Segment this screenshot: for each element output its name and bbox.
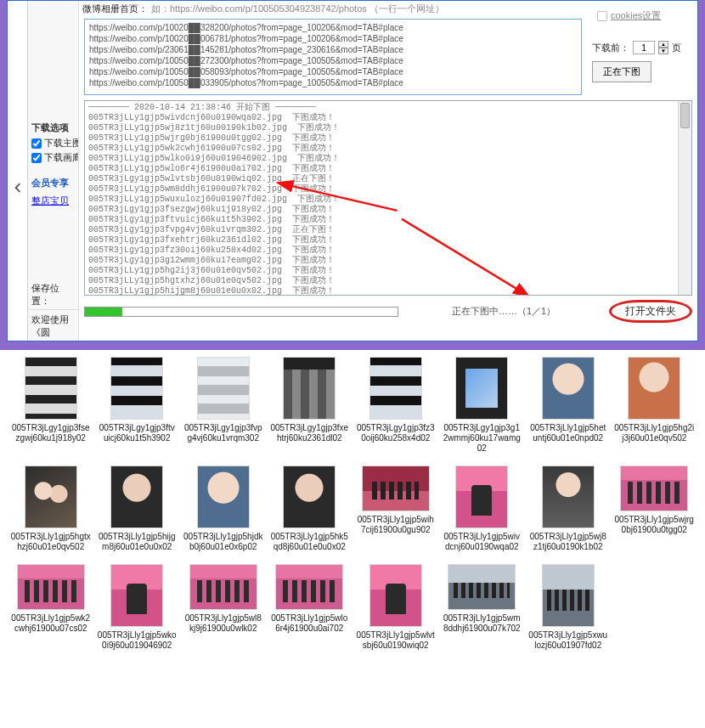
file-thumbnail: [189, 564, 257, 610]
download-before-label: 下载前：: [592, 42, 629, 54]
file-thumbnail: [283, 357, 336, 420]
file-item[interactable]: 005TR3jLly1gjp5hg2ij3j60u01e0qv502: [614, 357, 696, 454]
file-name-label: 005TR3jLly1gjp5hjdkb0j60u01e0x6p02: [183, 532, 263, 552]
file-name-label: 005TR3jLly1gjp5wlo6r4j61900u0ai702: [269, 613, 349, 634]
file-item[interactable]: 005TR3jLly1gjp5wl8kj9j61900u0wlk02: [183, 564, 264, 651]
file-name-label: 005TR3jLly1gjp5xwulozj60u01907fd02: [528, 630, 608, 651]
file-item[interactable]: 005TR3jLly1gjp5wko0i9j60u019046902: [97, 564, 178, 651]
file-item[interactable]: 005TR3jLly1gjp5wivdcnj60u0190wqa02: [442, 466, 523, 552]
url-textarea[interactable]: https://weibo.com/p/10020██328200/photos…: [84, 19, 582, 95]
right-panel: cookies设置 下载前： ▲ ▼ 页 正在下图: [587, 1, 697, 99]
file-item[interactable]: 005TR3jLly1gjp5hetuntj60u01e0npd02: [527, 357, 609, 454]
download-before-unit: 页: [672, 42, 681, 54]
link-whole-store[interactable]: 整店宝贝: [31, 195, 69, 206]
file-item[interactable]: 005TR3jLly1gjp5wlvtsbj60u0190wiq02: [355, 564, 437, 651]
file-name-label: 005TR3jLly1gjp5wlvtsbj60u0190wiq02: [356, 630, 436, 651]
spin-down-button[interactable]: ▼: [658, 48, 668, 54]
file-thumbnail: [283, 466, 336, 528]
file-name-label: 005TR3jLgy1gjp3fvpg4vj60ku1vrqm302: [183, 423, 263, 443]
file-thumbnail: [197, 466, 250, 528]
file-item[interactable]: 005TR3jLly1gjp5wih7cij61900u0gu902: [355, 466, 437, 552]
file-item[interactable]: 005TR3jLly1gjp5hgtxhzj60u01e0qv502: [10, 466, 92, 552]
file-item[interactable]: 005TR3jLgy1gjp3fz30oij60ku258x4d02: [355, 357, 437, 454]
file-thumbnail: [542, 564, 595, 627]
download-options-title: 下载选项: [28, 120, 78, 136]
file-name-label: 005TR3jLly1gjp5wih7cij61900u0gu902: [356, 515, 436, 535]
file-thumbnail: [110, 466, 163, 528]
file-item[interactable]: 005TR3jLly1gjp5xwulozj60u01907fd02: [527, 564, 609, 651]
status-text: 正在下图中……（1／1）: [403, 305, 604, 318]
file-name-label: 005TR3jLgy1gjp3g12wmmj60ku17wamg02: [442, 423, 522, 454]
file-thumbnail: [197, 357, 250, 420]
options-sidebar: 下载选项 下载主图 下载画廊 会员专享 整店宝贝 保存位置： 欢迎使用《圆: [28, 1, 79, 341]
file-thumbnail: [25, 466, 77, 528]
file-name-label: 005TR3jLgy1gjp3fz30oij60ku258x4d02: [356, 423, 436, 443]
file-thumbnail: [110, 564, 163, 627]
file-thumbnail: [542, 466, 595, 528]
file-item[interactable]: 005TR3jLly1gjp5wm8ddhj61900u07k702: [442, 564, 523, 651]
collapse-gutter[interactable]: [8, 1, 28, 341]
cookies-settings-link[interactable]: cookies设置: [597, 9, 661, 22]
file-name-label: 005TR3jLly1gjp5hk5qd8j60u01e0u0x02: [269, 532, 349, 552]
file-item: [614, 564, 696, 651]
download-before-row: 下载前： ▲ ▼ 页: [592, 41, 692, 54]
cookies-link-label: cookies设置: [611, 9, 661, 22]
file-item[interactable]: 005TR3jLly1gjp5hk5qd8j60u01e0u0x02: [269, 466, 351, 552]
member-section-title: 会员专享: [28, 175, 78, 191]
chk-download-gallery[interactable]: 下载画廊: [28, 150, 78, 165]
file-item[interactable]: 005TR3jLgy1gjp3fvpg4vj60ku1vrqm302: [183, 357, 264, 454]
file-name-label: 005TR3jLly1gjp5hijgm8j60u01e0u0x02: [97, 532, 177, 552]
progress-fill: [85, 308, 122, 316]
file-name-label: 005TR3jLly1gjp5wk2cwhj61900u07cs02: [11, 613, 91, 634]
file-thumbnail: [455, 466, 508, 528]
file-item[interactable]: 005TR3jLly1gjp5hijgm8j60u01e0u0x02: [97, 466, 178, 552]
file-name-label: 005TR3jLly1gjp5hg2ij3j60u01e0qv502: [614, 423, 694, 443]
file-item[interactable]: 005TR3jLly1gjp5wjrg0bj61900u0tgg02: [614, 466, 696, 552]
spin-up-button[interactable]: ▲: [658, 41, 668, 48]
file-item[interactable]: 005TR3jLly1gjp5hjdkb0j60u01e0x6p02: [183, 466, 264, 552]
file-name-label: 005TR3jLly1gjp5wjrg0bj61900u0tgg02: [614, 515, 694, 535]
app-outer: 下载选项 下载主图 下载画廊 会员专享 整店宝贝 保存位置： 欢迎使用《圆: [0, 0, 705, 350]
file-item[interactable]: 005TR3jLgy1gjp3fsezgwj60ku1j918y02: [10, 357, 92, 454]
save-location-label: 保存位置：: [28, 280, 78, 309]
file-item[interactable]: 005TR3jLgy1gjp3g12wmmj60ku17wamg02: [442, 357, 523, 454]
file-name-label: 005TR3jLly1gjp5wivdcnj60u0190wqa02: [442, 532, 522, 552]
file-name-label: 005TR3jLly1gjp5wl8kj9j61900u0wlk02: [183, 613, 263, 634]
file-item[interactable]: 005TR3jLgy1gjp3fxehtrj60ku2361dl02: [269, 357, 351, 454]
chk-download-main[interactable]: 下载主图: [28, 136, 78, 150]
file-thumbnail: [369, 357, 422, 420]
open-folder-button[interactable]: 打开文件夹: [609, 300, 692, 323]
file-item[interactable]: 005TR3jLly1gjp5wk2cwhj61900u07cs02: [10, 564, 92, 651]
file-thumbnail: [542, 357, 595, 420]
log-scroll-thumb[interactable]: [680, 103, 690, 128]
file-name-label: 005TR3jLly1gjp5wm8ddhj61900u07k702: [442, 613, 522, 634]
file-thumbnail: [455, 357, 508, 420]
file-name-label: 005TR3jLly1gjp5wko0i9j60u019046902: [97, 630, 177, 651]
file-name-label: 005TR3jLgy1gjp3fxehtrj60ku2361dl02: [269, 423, 349, 443]
chk-download-gallery-label: 下载画廊: [44, 151, 78, 164]
main-column: 微博相册首页： 如：https://weibo.com/p/1005053049…: [79, 1, 697, 341]
file-name-label: 005TR3jLly1gjp5wj8z1tj60u0190k1b02: [528, 532, 608, 552]
cookie-icon: [597, 11, 607, 21]
file-explorer-grid: 005TR3jLgy1gjp3fsezgwj60ku1j918y02005TR3…: [0, 350, 705, 663]
log-text: ──────── 2020-10-14 21:38:46 开始下图 ──────…: [85, 101, 691, 296]
file-thumbnail: [628, 357, 680, 420]
file-name-label: 005TR3jLly1gjp5hgtxhzj60u01e0qv502: [11, 532, 91, 552]
download-before-input[interactable]: [633, 41, 655, 54]
file-thumbnail: [25, 357, 77, 420]
chk-download-gallery-input[interactable]: [31, 153, 42, 163]
top-block: 微博相册首页： 如：https://weibo.com/p/1005053049…: [79, 1, 697, 99]
log-scrollbar[interactable]: [678, 101, 691, 295]
log-area[interactable]: ──────── 2020-10-14 21:38:46 开始下图 ──────…: [84, 100, 692, 296]
file-item[interactable]: 005TR3jLgy1gjp3ftvuicj60ku1t5h3902: [97, 357, 178, 454]
file-thumbnail: [620, 466, 688, 511]
file-thumbnail: [110, 357, 163, 420]
file-item[interactable]: 005TR3jLly1gjp5wlo6r4j61900u0ai702: [269, 564, 351, 651]
chk-download-main-input[interactable]: [31, 138, 42, 149]
url-row-hint: 如：https://weibo.com/p/1005053049238742/p…: [151, 3, 444, 15]
progress-bar: [84, 307, 398, 317]
file-item[interactable]: 005TR3jLly1gjp5wj8z1tj60u0190k1b02: [527, 466, 609, 552]
file-thumbnail: [448, 564, 516, 610]
start-download-button[interactable]: 正在下图: [592, 61, 651, 82]
file-name-label: 005TR3jLgy1gjp3ftvuicj60ku1t5h3902: [97, 423, 177, 443]
